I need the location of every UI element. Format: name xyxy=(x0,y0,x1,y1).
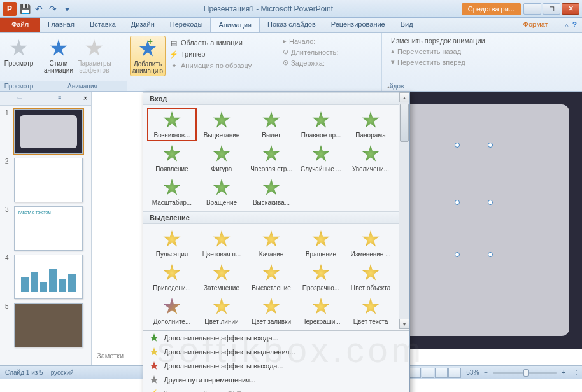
tab-insert[interactable]: Вставка xyxy=(82,18,124,32)
effect-label: Часовая стр... xyxy=(250,165,292,172)
effect-item[interactable]: Вращение xyxy=(296,227,346,260)
effect-item[interactable]: Дополните... xyxy=(147,294,197,328)
slide-thumb-3[interactable]: 3 РАБОТА С ТЕКСТОМ xyxy=(5,206,86,251)
effect-item[interactable]: Затемнение xyxy=(197,260,246,294)
file-tab[interactable]: Файл xyxy=(0,18,40,32)
normal-view-button[interactable] xyxy=(408,368,421,378)
effect-item[interactable]: Высветление xyxy=(246,260,296,294)
scroll-thumb[interactable] xyxy=(400,104,409,142)
qat-dropdown-icon[interactable]: ▾ xyxy=(61,3,73,15)
slide-thumb-2[interactable]: 2 xyxy=(5,158,86,202)
effect-item[interactable]: Случайные ... xyxy=(296,141,346,175)
effect-item[interactable]: Появление xyxy=(147,141,197,175)
trigger-button[interactable]: ⚡Триггер xyxy=(166,48,255,60)
outline-tab[interactable]: ≡ xyxy=(40,92,80,105)
effect-item[interactable]: Изменение ... xyxy=(346,227,395,260)
close-button[interactable]: ✕ xyxy=(562,3,579,15)
start-field[interactable]: ▸Начало: xyxy=(279,36,319,46)
slides-tab[interactable]: ▭ xyxy=(0,92,40,105)
slide-thumb-1[interactable]: 1 xyxy=(5,109,86,154)
context-tab[interactable]: Средства ри... xyxy=(462,3,521,15)
effect-item[interactable]: Приведени... xyxy=(147,260,197,294)
redo-icon[interactable]: ↷ xyxy=(47,3,59,15)
help-icon[interactable]: ? xyxy=(572,20,577,30)
effect-item[interactable]: Увеличени... xyxy=(346,141,395,175)
effect-item[interactable]: Фигура xyxy=(197,141,246,175)
selection-handles[interactable] xyxy=(455,143,493,257)
effect-item[interactable]: Вращение xyxy=(197,175,246,209)
star-icon xyxy=(311,297,331,317)
preview-button[interactable]: Просмотр xyxy=(3,36,35,68)
star-icon xyxy=(211,263,232,283)
language-indicator[interactable]: русский xyxy=(51,369,74,376)
effect-item[interactable]: Цветовая п... xyxy=(197,227,246,260)
effect-item[interactable]: Прозрачно... xyxy=(296,260,346,294)
effect-item[interactable]: Вылет xyxy=(246,108,296,141)
effect-label: Приведени... xyxy=(153,284,191,291)
effect-item[interactable]: Качание xyxy=(246,227,296,260)
more-exit[interactable]: Дополнительные эффекты выхода... xyxy=(143,359,409,373)
effect-item[interactable]: Часовая стр... xyxy=(246,141,296,175)
duration-field[interactable]: ⊙Длительность: xyxy=(279,46,342,57)
tab-design[interactable]: Дизайн xyxy=(124,18,162,32)
effect-item[interactable]: Перекраши... xyxy=(296,294,346,328)
effect-item[interactable]: Панорама xyxy=(346,108,395,141)
effect-item[interactable]: Выцветание xyxy=(197,108,246,141)
tab-review[interactable]: Рецензирование xyxy=(323,18,393,32)
effect-label: Высветление xyxy=(252,284,291,291)
panel-tabs: ▭ ≡ × xyxy=(0,92,91,106)
reading-view-button[interactable] xyxy=(435,368,448,378)
effect-item[interactable]: Масштабир... xyxy=(147,175,197,209)
options-icon xyxy=(85,37,103,60)
tab-transitions[interactable]: Переходы xyxy=(162,18,211,32)
effect-item[interactable]: Цвет объекта xyxy=(346,260,395,294)
tab-format[interactable]: Формат xyxy=(512,18,560,32)
zoom-level[interactable]: 53% xyxy=(466,369,479,376)
tab-home[interactable]: Главная xyxy=(40,18,82,32)
animation-pane-button[interactable]: ▤Область анимации xyxy=(166,37,255,48)
minimize-button[interactable]: — xyxy=(523,3,541,15)
ribbon-collapse-icon[interactable]: ▵ xyxy=(565,20,569,30)
effect-item[interactable]: Возникнов... xyxy=(147,108,197,141)
thumb-image xyxy=(14,158,83,202)
zoom-in-icon[interactable]: + xyxy=(562,369,565,376)
fit-icon[interactable]: ⛶ xyxy=(571,369,577,376)
gallery-scrollbar[interactable]: ▴ ▾ xyxy=(399,92,409,329)
scroll-down-icon[interactable]: ▾ xyxy=(399,319,409,329)
effect-item[interactable]: Цвет текста xyxy=(346,294,395,328)
delay-field[interactable]: ⊙Задержка: xyxy=(279,57,329,68)
zoom-slider[interactable] xyxy=(493,372,557,374)
effect-item[interactable]: Пульсация xyxy=(147,227,197,260)
effect-item[interactable]: Плавное пр... xyxy=(296,108,346,141)
star-icon xyxy=(261,110,281,130)
tab-animation[interactable]: Анимация xyxy=(210,18,260,32)
slide-thumb-5[interactable]: 5 xyxy=(5,303,86,347)
animation-styles-button[interactable]: Стили анимации xyxy=(41,36,76,75)
effect-label: Вылет xyxy=(262,132,281,139)
slide-thumb-4[interactable]: 4 xyxy=(5,255,86,299)
zoom-out-icon[interactable]: − xyxy=(484,369,488,376)
trigger-icon: ⚡ xyxy=(169,50,178,59)
animation-gallery: Вход Возникнов...ВыцветаниеВылетПлавное … xyxy=(143,92,410,392)
more-entrance[interactable]: Дополнительные эффекты входа... xyxy=(143,331,409,345)
sorter-view-button[interactable] xyxy=(422,368,434,378)
star-icon xyxy=(360,263,381,283)
effect-item[interactable]: Выскакива... xyxy=(246,175,296,209)
zoom-handle[interactable] xyxy=(523,369,529,377)
star-icon xyxy=(162,144,182,164)
tab-view[interactable]: Вид xyxy=(393,18,421,32)
undo-icon[interactable]: ↶ xyxy=(33,3,45,15)
panel-close-icon[interactable]: × xyxy=(80,92,91,105)
scroll-up-icon[interactable]: ▴ xyxy=(399,92,409,102)
effect-item[interactable]: Цвет линии xyxy=(197,294,246,328)
add-animation-button[interactable]: + Добавить анимацию xyxy=(130,36,166,76)
effect-label: Масштабир... xyxy=(152,199,192,206)
powerpoint-icon[interactable]: P xyxy=(3,2,17,16)
tab-slideshow[interactable]: Показ слайдов xyxy=(260,18,323,32)
maximize-button[interactable]: ◻ xyxy=(543,3,560,15)
effect-item[interactable]: Цвет заливки xyxy=(246,294,296,328)
more-emphasis[interactable]: Дополнительные эффекты выделения... xyxy=(143,345,409,359)
slideshow-view-button[interactable] xyxy=(448,368,461,378)
more-motion[interactable]: Другие пути перемещения... xyxy=(143,373,409,387)
save-icon[interactable]: 💾 xyxy=(19,3,31,15)
